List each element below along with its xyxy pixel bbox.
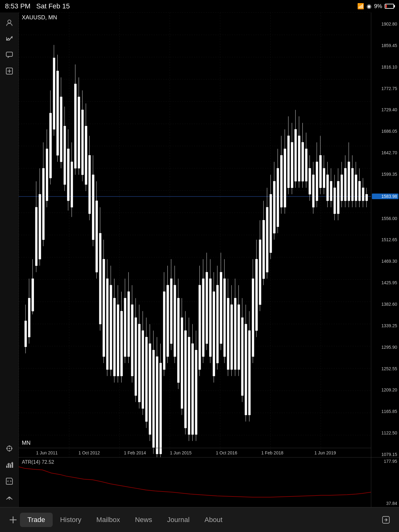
price-1859: 1859.45	[372, 43, 398, 48]
svg-rect-87	[142, 331, 144, 409]
chart-title: XAUUSD, MN	[22, 14, 57, 21]
atr-title: ATR(14) 72.52	[22, 459, 54, 465]
price-1252: 1252.55	[372, 367, 398, 371]
price-1772: 1772.75	[372, 86, 398, 91]
price-1599: 1599.35	[372, 172, 398, 176]
svg-rect-85	[138, 324, 141, 402]
atr-min-label: 37.84	[372, 501, 398, 506]
share-button[interactable]	[379, 513, 393, 527]
price-1165: 1165.85	[372, 409, 398, 414]
price-1556: 1556.00	[372, 216, 398, 221]
price-1339: 1339.25	[372, 324, 398, 328]
timeframe-label: MN	[22, 440, 31, 446]
price-axis: 1902.80 1859.45 1816.10 1772.75 1729.40 …	[371, 12, 399, 457]
svg-rect-167	[284, 149, 286, 207]
tab-history[interactable]: History	[53, 513, 89, 527]
price-1729: 1729.40	[372, 108, 398, 112]
svg-rect-187	[320, 155, 322, 188]
current-price-label: 1583.98	[372, 194, 398, 199]
svg-rect-163	[277, 168, 279, 227]
price-1295: 1295.90	[372, 345, 398, 349]
svg-point-10	[9, 448, 10, 449]
price-1122: 1122.50	[372, 431, 398, 435]
time-label-jun2015: 1 Jun 2015	[170, 450, 191, 455]
add-button[interactable]	[6, 513, 20, 527]
price-1512: 1512.65	[372, 237, 398, 242]
svg-rect-159	[270, 194, 272, 252]
svg-rect-12	[8, 464, 9, 468]
sidebar-indicators-icon[interactable]	[2, 458, 16, 472]
main-chart[interactable]	[19, 12, 371, 457]
sidebar-signals-icon[interactable]	[2, 490, 16, 504]
svg-rect-189	[323, 168, 325, 188]
price-1209: 1209.20	[372, 388, 398, 392]
svg-rect-11	[6, 466, 7, 468]
battery-percent: 9%	[374, 3, 382, 10]
svg-rect-57	[89, 155, 91, 213]
svg-rect-101	[167, 285, 169, 357]
svg-rect-97	[160, 363, 162, 454]
price-1469: 1469.30	[372, 259, 398, 263]
tab-about[interactable]: About	[197, 513, 230, 527]
svg-rect-93	[152, 350, 155, 447]
time-axis: 1 Jun 2011 1 Oct 2012 1 Feb 2014 1 Jun 2…	[19, 448, 371, 457]
sidebar-account-icon[interactable]	[2, 16, 16, 29]
svg-rect-143	[241, 318, 243, 395]
atr-panel: ATR(14) 72.52 177.95 37.84	[19, 457, 399, 507]
price-1686: 1686.05	[372, 129, 398, 133]
status-icons: 📶 ◉ 9%	[357, 3, 394, 10]
status-bar: 8:53 PM Sat Feb 15 📶 ◉ 9%	[0, 0, 399, 12]
price-1642: 1642.70	[372, 151, 398, 155]
svg-rect-1	[6, 52, 12, 56]
sidebar-add-icon[interactable]	[2, 64, 16, 78]
status-time-date: 8:53 PM Sat Feb 15	[5, 2, 70, 10]
sidebar	[0, 12, 19, 507]
time-label-feb2018: 1 Feb 2018	[261, 450, 283, 455]
time-label-oct2016: 1 Oct 2016	[216, 450, 237, 455]
chart-container: XAUUSD, MN	[19, 12, 399, 507]
svg-rect-14	[12, 463, 13, 468]
time-label-feb2014: 1 Feb 2014	[124, 450, 146, 455]
price-1382: 1382.60	[372, 302, 398, 306]
sidebar-crosshair-icon[interactable]	[2, 442, 16, 455]
time-label-jun2011: 1 Jun 2011	[36, 450, 58, 455]
svg-rect-183	[312, 175, 315, 207]
price-1079: 1079.15	[372, 452, 398, 457]
tab-journal[interactable]: Journal	[160, 513, 197, 527]
svg-rect-175	[298, 136, 300, 181]
time-label-jun2019: 1 Jun 2019	[314, 450, 336, 455]
svg-rect-151	[256, 259, 258, 331]
tab-news[interactable]: News	[127, 513, 160, 527]
price-1902: 1902.80	[372, 22, 398, 26]
chart-grid	[19, 12, 371, 457]
svg-rect-99	[163, 292, 165, 370]
svg-rect-147	[248, 331, 251, 415]
svg-rect-171	[291, 142, 293, 188]
svg-rect-89	[145, 337, 147, 422]
time-label-oct2012: 1 Oct 2012	[79, 450, 100, 455]
sidebar-trade-icon[interactable]	[2, 32, 16, 46]
svg-rect-95	[156, 357, 158, 454]
svg-point-0	[8, 20, 11, 23]
svg-rect-155	[262, 220, 265, 279]
signal-icon: ◉	[367, 3, 372, 10]
wifi-icon: 📶	[357, 3, 364, 10]
svg-rect-59	[92, 175, 94, 240]
atr-max-label: 177.95	[372, 459, 398, 464]
status-date: Sat Feb 15	[36, 2, 70, 10]
tab-mailbox[interactable]: Mailbox	[89, 513, 127, 527]
svg-rect-179	[305, 149, 307, 181]
sidebar-chat-icon[interactable]	[2, 48, 16, 62]
sidebar-scripts-icon[interactable]	[2, 474, 16, 488]
battery-icon	[385, 4, 394, 9]
price-1425: 1425.95	[372, 280, 398, 285]
status-time: 8:53 PM	[5, 2, 31, 10]
svg-rect-91	[149, 343, 151, 434]
atr-chart	[19, 458, 371, 507]
atr-axis: 177.95 37.84	[371, 458, 399, 507]
svg-rect-13	[10, 465, 11, 468]
price-1816: 1816.10	[372, 65, 398, 69]
tab-trade[interactable]: Trade	[20, 513, 53, 527]
svg-point-15	[9, 499, 10, 500]
svg-rect-19	[19, 12, 371, 457]
